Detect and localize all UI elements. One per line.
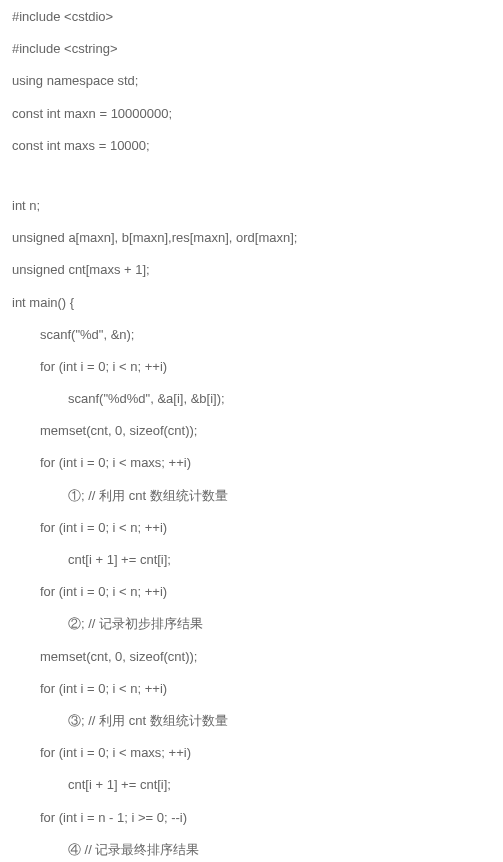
code-line: unsigned cnt[maxs + 1]; bbox=[12, 261, 491, 279]
code-line: memset(cnt, 0, sizeof(cnt)); bbox=[12, 422, 491, 440]
code-line: scanf("%d", &n); bbox=[12, 326, 491, 344]
code-line: for (int i = 0; i < n; ++i) bbox=[12, 358, 491, 376]
code-line: #include <cstdio> bbox=[12, 8, 491, 26]
code-line: for (int i = n - 1; i >= 0; --i) bbox=[12, 809, 491, 827]
code-line: cnt[i + 1] += cnt[i]; bbox=[12, 776, 491, 794]
code-line: #include <cstring> bbox=[12, 40, 491, 58]
code-line: ③; // 利用 cnt 数组统计数量 bbox=[12, 712, 491, 730]
blank-line bbox=[12, 169, 491, 183]
code-line: const int maxn = 10000000; bbox=[12, 105, 491, 123]
code-line: for (int i = 0; i < maxs; ++i) bbox=[12, 454, 491, 472]
code-line: scanf("%d%d", &a[i], &b[i]); bbox=[12, 390, 491, 408]
code-line: ④ // 记录最终排序结果 bbox=[12, 841, 491, 859]
code-line: const int maxs = 10000; bbox=[12, 137, 491, 155]
code-line: using namespace std; bbox=[12, 72, 491, 90]
code-line: for (int i = 0; i < maxs; ++i) bbox=[12, 744, 491, 762]
code-line: ②; // 记录初步排序结果 bbox=[12, 615, 491, 633]
code-line: cnt[i + 1] += cnt[i]; bbox=[12, 551, 491, 569]
code-line: memset(cnt, 0, sizeof(cnt)); bbox=[12, 648, 491, 666]
code-line: for (int i = 0; i < n; ++i) bbox=[12, 680, 491, 698]
code-line: unsigned a[maxn], b[maxn],res[maxn], ord… bbox=[12, 229, 491, 247]
code-line: int n; bbox=[12, 197, 491, 215]
code-line: ①; // 利用 cnt 数组统计数量 bbox=[12, 487, 491, 505]
code-line: for (int i = 0; i < n; ++i) bbox=[12, 583, 491, 601]
code-line: for (int i = 0; i < n; ++i) bbox=[12, 519, 491, 537]
code-line: int main() { bbox=[12, 294, 491, 312]
code-block: #include <cstdio>#include <cstring>using… bbox=[12, 8, 491, 862]
